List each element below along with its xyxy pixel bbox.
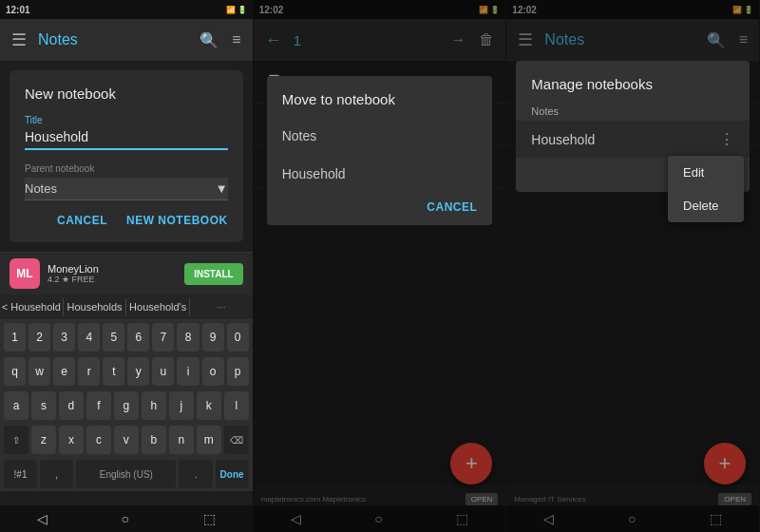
keyboard-1: < Household Households Household's ··· 1…: [0, 294, 253, 491]
dialog-actions: CANCEL NEW NOTEBOOK: [25, 214, 228, 227]
key-a[interactable]: a: [4, 391, 28, 420]
ad-app-name: MoneyLion: [48, 263, 177, 275]
period-key[interactable]: .: [179, 460, 212, 488]
filter-icon-1[interactable]: ≡: [232, 31, 240, 49]
install-button[interactable]: INSTALL: [184, 263, 242, 285]
status-icons-1: 📶 🔋: [226, 6, 247, 14]
key-u[interactable]: u: [152, 357, 174, 386]
key-1[interactable]: 1: [4, 323, 26, 352]
menu-icon-1[interactable]: ☰: [11, 29, 27, 50]
space-key[interactable]: English (US): [76, 460, 176, 488]
toolbar-icons-1: 🔍 ≡: [200, 31, 240, 49]
suggestion-3[interactable]: ···: [190, 298, 253, 315]
app-title-1: Notes: [38, 31, 200, 48]
key-q[interactable]: q: [4, 357, 26, 386]
nav-bar-1: ◁ ○ ⬚: [0, 505, 253, 532]
key-7[interactable]: 7: [152, 323, 174, 352]
status-time-1: 12:01: [6, 5, 30, 15]
key-r[interactable]: r: [78, 357, 100, 386]
qwerty-row: q w e r t y u i o p: [0, 354, 253, 389]
num-row: 1 2 3 4 5 6 7 8 9 0: [0, 320, 253, 354]
title-input-label: Title: [25, 115, 228, 125]
panel-1: 12:01 📶 🔋 ☰ Notes 🔍 ≡ New notebook Title…: [0, 0, 254, 532]
key-c[interactable]: c: [86, 426, 111, 454]
key-w[interactable]: w: [28, 357, 50, 386]
key-o[interactable]: o: [202, 357, 224, 386]
title-input[interactable]: [25, 127, 228, 150]
key-m[interactable]: m: [197, 426, 221, 454]
household-more-icon[interactable]: ⋮: [719, 130, 734, 148]
key-e[interactable]: e: [53, 357, 75, 386]
key-6[interactable]: 6: [127, 323, 149, 352]
delete-option[interactable]: Delete: [668, 189, 744, 222]
done-key[interactable]: Done: [216, 460, 249, 488]
key-5[interactable]: 5: [103, 323, 124, 352]
key-0[interactable]: 0: [227, 323, 249, 352]
key-x[interactable]: x: [59, 426, 84, 454]
key-g[interactable]: g: [114, 391, 139, 420]
ad-rating: 4.2 ★ FREE: [48, 275, 177, 284]
key-b[interactable]: b: [142, 426, 166, 454]
key-p[interactable]: p: [227, 357, 249, 386]
ad-app-icon: ML: [10, 258, 40, 289]
parent-select[interactable]: Notes ▼: [25, 178, 228, 200]
key-z[interactable]: z: [31, 426, 56, 454]
key-t[interactable]: t: [103, 357, 124, 386]
zxcv-row: ⇧ z x c v b n m ⌫: [0, 423, 253, 457]
new-notebook-button[interactable]: NEW NOTEBOOK: [126, 214, 228, 227]
shift-key[interactable]: ⇧: [4, 426, 28, 454]
move-option-household[interactable]: Household: [267, 155, 493, 193]
app-bar-1: ☰ Notes 🔍 ≡: [0, 19, 253, 61]
back-nav-icon-1[interactable]: ◁: [37, 511, 48, 526]
panel-2: 12:02 📶 🔋 ← 1 → 🗑 📄 2021 Project Plannin…: [254, 0, 507, 532]
parent-label: Parent notebook: [25, 163, 228, 174]
key-s[interactable]: s: [31, 391, 56, 420]
key-i[interactable]: i: [177, 357, 199, 386]
search-icon-1[interactable]: 🔍: [200, 31, 218, 49]
suggestions-row: < Household Households Household's ···: [0, 294, 253, 320]
status-bar-1: 12:01 📶 🔋: [0, 0, 253, 19]
panel1-content: New notebook Title Parent notebook Notes…: [0, 61, 253, 505]
new-notebook-dialog: New notebook Title Parent notebook Notes…: [10, 70, 243, 242]
key-k[interactable]: k: [197, 391, 221, 420]
manage-notebook-household: Household ⋮: [516, 121, 750, 158]
key-j[interactable]: j: [169, 391, 194, 420]
key-9[interactable]: 9: [202, 323, 224, 352]
key-h[interactable]: h: [142, 391, 166, 420]
recents-nav-icon-1[interactable]: ⬚: [203, 511, 216, 526]
comma-key[interactable]: ,: [40, 460, 73, 488]
ad-banner-1: ML MoneyLion 4.2 ★ FREE INSTALL: [0, 252, 253, 294]
key-4[interactable]: 4: [78, 323, 100, 352]
suggestion-1[interactable]: Households: [64, 298, 127, 315]
key-n[interactable]: n: [169, 426, 194, 454]
dialog-title: New notebook: [25, 86, 228, 102]
parent-select-value: Notes: [25, 181, 57, 196]
suggestion-2[interactable]: Household's: [126, 298, 190, 315]
key-8[interactable]: 8: [177, 323, 199, 352]
context-menu: Edit Delete: [668, 156, 744, 222]
move-cancel-button[interactable]: CANCEL: [427, 200, 477, 214]
key-3[interactable]: 3: [53, 323, 75, 352]
ad-info: MoneyLion 4.2 ★ FREE: [48, 263, 177, 284]
home-nav-icon-1[interactable]: ○: [122, 511, 129, 526]
move-notebook-dialog: Move to notebook Notes Household CANCEL: [267, 76, 493, 225]
move-dialog-title: Move to notebook: [267, 91, 493, 117]
move-cancel-row: CANCEL: [267, 193, 493, 218]
manage-dialog-title: Manage notebooks: [516, 76, 750, 102]
key-l[interactable]: l: [224, 391, 249, 420]
key-y[interactable]: y: [127, 357, 149, 386]
cancel-button[interactable]: CANCEL: [57, 214, 107, 227]
move-option-notes[interactable]: Notes: [267, 117, 493, 155]
key-v[interactable]: v: [114, 426, 139, 454]
key-2[interactable]: 2: [28, 323, 50, 352]
key-d[interactable]: d: [59, 391, 84, 420]
numpad-key[interactable]: !#1: [4, 460, 37, 488]
asdf-row: a s d f g h j k l: [0, 389, 253, 423]
key-f[interactable]: f: [86, 391, 111, 420]
chevron-down-icon: ▼: [216, 181, 228, 196]
household-notebook-name: Household: [531, 132, 719, 147]
wifi-icon: 📶: [226, 6, 236, 14]
suggestion-0[interactable]: < Household: [0, 298, 64, 315]
backspace-key[interactable]: ⌫: [224, 426, 249, 454]
edit-option[interactable]: Edit: [668, 156, 744, 189]
